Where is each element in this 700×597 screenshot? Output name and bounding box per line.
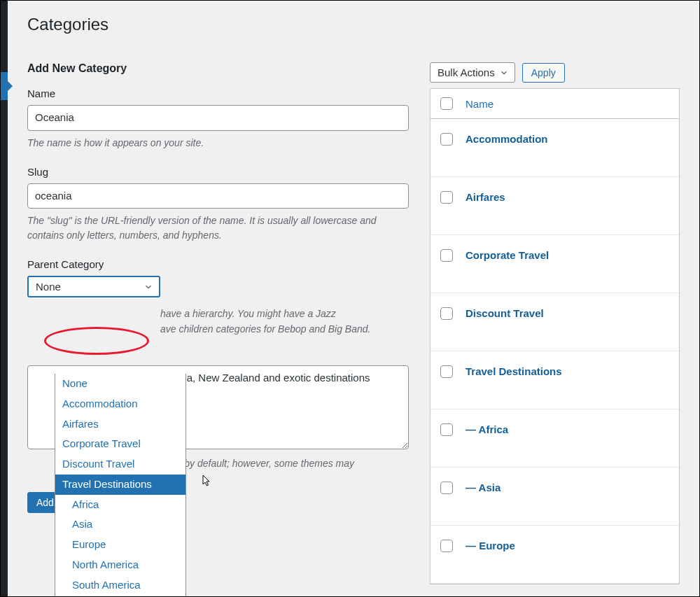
dropdown-option[interactable]: None	[55, 374, 186, 394]
parent-category-select[interactable]: None	[27, 276, 160, 297]
bulk-actions-select[interactable]: Bulk Actions	[430, 62, 515, 83]
dropdown-option[interactable]: North America	[55, 555, 186, 575]
page-title: Categories	[27, 15, 680, 34]
table-row: Discount Travel	[430, 293, 679, 351]
table-row: — Africa	[430, 409, 679, 468]
category-row-name[interactable]: — Asia	[465, 482, 500, 493]
slug-help: The "slug" is the URL-friendly version o…	[27, 213, 409, 243]
table-row: — Asia	[430, 468, 679, 526]
row-checkbox[interactable]	[440, 423, 453, 436]
table-row: Travel Destinations	[430, 351, 679, 409]
parent-category-dropdown: NoneAccommodationAirfaresCorporate Trave…	[55, 374, 186, 597]
apply-button[interactable]: Apply	[522, 63, 565, 83]
cursor-icon	[202, 475, 212, 493]
category-row-name[interactable]: Corporate Travel	[465, 249, 549, 261]
row-checkbox[interactable]	[440, 540, 453, 552]
admin-sidebar-sliver	[1, 1, 8, 597]
parent-selected-value: None	[36, 281, 61, 293]
table-row: Corporate Travel	[430, 235, 679, 293]
slug-label: Slug	[27, 166, 409, 178]
annotation-ellipse	[44, 327, 149, 355]
table-header: Name	[430, 89, 679, 119]
parent-help-partial: have a hierarchy. You might have a Jazz …	[160, 306, 409, 337]
parent-help-line1: have a hierarchy. You might have a Jazz	[160, 308, 336, 319]
row-checkbox[interactable]	[440, 482, 453, 494]
slug-field-block: Slug The "slug" is the URL-friendly vers…	[27, 166, 409, 244]
parent-field-block: Parent Category None	[27, 258, 409, 297]
form-heading: Add New Category	[27, 62, 409, 75]
add-category-form: Add New Category Name The name is how it…	[27, 62, 409, 513]
row-checkbox[interactable]	[440, 307, 453, 320]
category-row-name[interactable]: Travel Destinations	[465, 365, 562, 377]
chevron-down-icon	[144, 282, 153, 292]
bulk-select-label: Bulk Actions	[438, 66, 495, 78]
dropdown-option[interactable]: Accommodation	[55, 394, 186, 414]
layout-columns: Add New Category Name The name is how it…	[27, 62, 680, 584]
app-window: Categories Add New Category Name The nam…	[0, 0, 700, 597]
name-input[interactable]	[27, 105, 409, 131]
parent-label: Parent Category	[27, 258, 409, 270]
name-field-block: Name The name is how it appears on your …	[27, 87, 409, 150]
dropdown-option[interactable]: Asia	[55, 514, 186, 535]
dropdown-option[interactable]: Europe	[55, 535, 186, 555]
category-row-name[interactable]: Discount Travel	[465, 307, 544, 319]
parent-help-line2: ave children categories for Bebop and Bi…	[160, 323, 370, 335]
category-row-name[interactable]: — Africa	[465, 423, 508, 435]
dropdown-option[interactable]: Discount Travel	[55, 454, 186, 475]
name-help: The name is how it appears on your site.	[27, 136, 409, 150]
dropdown-option[interactable]: Airfares	[55, 414, 186, 435]
category-row-name[interactable]: — Europe	[465, 540, 515, 552]
dropdown-option[interactable]: Travel Destinations	[55, 475, 186, 495]
bulk-actions-row: Bulk Actions Apply	[430, 62, 680, 83]
table-body: AccommodationAirfaresCorporate TravelDis…	[430, 119, 679, 584]
table-row: Airfares	[430, 177, 679, 235]
dropdown-option[interactable]: Africa	[55, 495, 186, 515]
chevron-down-icon	[499, 68, 509, 78]
dropdown-option[interactable]: Corporate Travel	[55, 434, 186, 454]
select-all-checkbox[interactable]	[440, 97, 453, 110]
row-checkbox[interactable]	[440, 191, 453, 204]
row-checkbox[interactable]	[440, 249, 453, 262]
categories-table: Name AccommodationAirfaresCorporate Trav…	[430, 88, 680, 584]
table-row: — Europe	[430, 526, 679, 584]
name-label: Name	[27, 87, 409, 99]
main-content: Categories Add New Category Name The nam…	[8, 1, 699, 597]
table-row: Accommodation	[430, 119, 679, 177]
slug-input[interactable]	[27, 183, 409, 209]
dropdown-option[interactable]: South America	[55, 575, 186, 596]
sidebar-active-indicator	[1, 72, 8, 100]
row-checkbox[interactable]	[440, 365, 453, 378]
row-checkbox[interactable]	[440, 133, 453, 146]
category-list-panel: Bulk Actions Apply Name AccommodationAir…	[430, 62, 680, 584]
category-row-name[interactable]: Airfares	[465, 191, 505, 203]
category-row-name[interactable]: Accommodation	[465, 133, 548, 145]
description-help-partial: inent by default; however, some themes m…	[160, 456, 409, 471]
name-column-header[interactable]: Name	[465, 98, 493, 110]
